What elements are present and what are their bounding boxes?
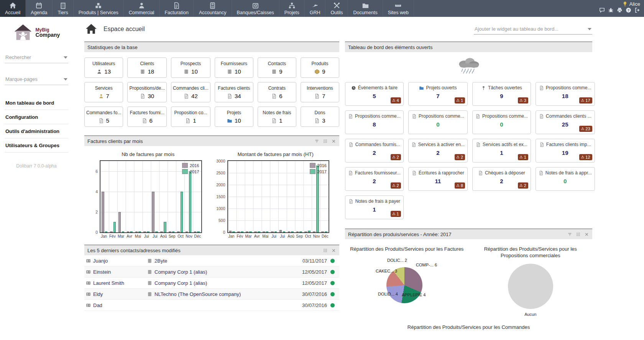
stat-card-services[interactable]: Services7 <box>84 82 123 102</box>
stat-card-projets[interactable]: Projets10 <box>215 107 253 127</box>
stat-card-produits[interactable]: Produits9 <box>301 57 339 78</box>
contact-name-link[interactable]: Einstein <box>93 269 111 275</box>
menu-item-banques-caisses[interactable]: Banques/Caisses <box>232 0 279 17</box>
open-card-factures-clients-imp-11[interactable]: Factures clients imp...19⚠12 <box>536 139 595 163</box>
contact-name-link[interactable]: Laurent Smith <box>93 280 124 286</box>
company-name-link[interactable]: Company Corp 1 (alias) <box>154 269 207 275</box>
contact-name-link[interactable]: Eldy <box>93 291 103 297</box>
late-alert-badge: ⚠1 <box>391 211 401 217</box>
menu-item-documents[interactable]: Documents <box>348 0 383 17</box>
bookmarks-select[interactable]: Marque-pages <box>5 73 68 85</box>
open-card-projets-ouverts-1[interactable]: Projets ouverts7⚠1 <box>408 82 468 106</box>
drag-handle-icon[interactable] <box>323 139 328 144</box>
stat-card-label: Contacts <box>260 61 294 66</box>
stat-card-prospects[interactable]: Prospects10 <box>171 57 210 78</box>
bar-2016-Avr <box>254 232 257 232</box>
filter-icon[interactable] <box>567 232 572 237</box>
menu-item-agenda[interactable]: Agenda <box>26 0 53 17</box>
menu-item-projets[interactable]: Projets <box>279 0 305 17</box>
invoices-widget-header: Factures clients par mois <box>84 135 339 146</box>
bar-2017-Jan <box>232 232 235 232</box>
stat-card-value: 10 <box>217 68 251 75</box>
menu-item-grh[interactable]: GRH <box>305 0 326 17</box>
sidebar-item-utilisateurs-groupes[interactable]: Utilisateurs & Groupes <box>5 138 68 153</box>
open-card-evenements-a-faire-0[interactable]: Événements à faire5⚠4 <box>345 82 404 106</box>
stat-card-notes-de-frais[interactable]: Notes de frais1 <box>258 107 296 127</box>
stat-card-commandes-fo[interactable]: Commandes fo...5 <box>84 107 123 127</box>
stat-card-utilisateurs[interactable]: Utilisateurs13 <box>84 57 123 78</box>
chat-icon[interactable] <box>599 7 605 13</box>
menu-item-produits-services[interactable]: Produits | Services <box>74 0 124 17</box>
stat-card-interventions[interactable]: Interventions7 <box>301 82 339 102</box>
topbar: AccueilAgendaTiersProduits | ServicesCom… <box>0 0 644 17</box>
filter-icon[interactable] <box>314 139 319 144</box>
stat-card-commandes-cli[interactable]: Commandes cli...42 <box>171 82 210 102</box>
user-menu[interactable]: Alice <box>622 1 640 7</box>
stat-card-factures-fourni[interactable]: Factures fourni...6 <box>127 107 167 127</box>
stat-card-propositions-de[interactable]: Propositions/de...30 <box>127 82 167 102</box>
empty-pie-circle <box>508 264 553 309</box>
stat-card-contrats[interactable]: Contrats6 <box>258 82 296 102</box>
bug-icon[interactable] <box>608 7 614 13</box>
company-name-link[interactable]: 2Byte <box>154 258 167 264</box>
open-card-services-actifs-et-ex-10[interactable]: Services actifs et ex...1⚠1 <box>472 139 531 163</box>
search-select[interactable]: Rechercher <box>5 51 68 63</box>
close-icon[interactable] <box>584 232 589 237</box>
open-card-notes-de-frais-a-payer-16[interactable]: Notes de frais à payer1⚠1 <box>345 195 404 219</box>
open-card-services-a-activer-en-9[interactable]: Services à activer en...2⚠2 <box>408 139 468 163</box>
legend-swatch <box>310 163 315 168</box>
open-card-taches-ouvertes-2[interactable]: Tâches ouvertes9⚠3 <box>472 82 531 106</box>
quick-icons: ? <box>599 7 640 13</box>
open-card-propositions-comme-6[interactable]: Propositions comme...0 <box>472 110 531 134</box>
open-card-title: Chèques à déposer <box>475 170 528 176</box>
menu-item-facturation[interactable]: Facturation <box>159 0 194 17</box>
open-card-propositions-comme-4[interactable]: Propositions comme...8 <box>345 110 404 134</box>
stat-card-contacts[interactable]: Contacts9 <box>258 57 296 78</box>
open-card-label: Événements à faire <box>358 85 398 90</box>
menu-item-accountancy[interactable]: Accountancy <box>194 0 232 17</box>
open-card-commandes-fournis-8[interactable]: Commandes fournis...2⚠2 <box>345 139 404 163</box>
open-card-propositions-comme-3[interactable]: Propositions comme...18⚠17 <box>536 82 595 106</box>
stat-card-proposition-co[interactable]: Proposition co...1 <box>171 107 210 127</box>
drag-handle-icon[interactable] <box>323 248 328 253</box>
company-name-link[interactable]: NLTechno (The OpenSource company) <box>154 291 241 297</box>
sidebar-item-outils-d-administration[interactable]: Outils d'administration <box>5 124 68 138</box>
logout-icon[interactable] <box>634 7 640 13</box>
stat-card-label: Proposition co... <box>173 110 209 115</box>
open-card-notes-de-frais-a-appr-15[interactable]: Notes de frais à appr...0 <box>536 167 595 191</box>
drag-handle-icon[interactable] <box>576 232 581 237</box>
y-axis-tick: 4 <box>95 189 98 194</box>
doc-sm-icon <box>314 94 320 99</box>
company-name-link[interactable]: Company Corp 1 (alias) <box>154 280 207 286</box>
close-icon[interactable] <box>331 248 336 253</box>
menu-item-accueil[interactable]: Accueil <box>0 0 26 17</box>
stat-card-dons[interactable]: Dons3 <box>301 107 339 127</box>
y-axis-tick: 0 <box>95 230 98 235</box>
stat-card-fournisseurs[interactable]: Fournisseurs10 <box>215 57 253 78</box>
add-widget-select[interactable]: Ajouter le widget au tableau de bord... <box>474 24 592 34</box>
print-icon[interactable] <box>617 7 623 13</box>
open-card-label: Commandes clients ... <box>546 113 591 119</box>
help-icon[interactable]: ? <box>626 7 631 13</box>
topbar-right: Alice ? <box>599 0 644 17</box>
bar-2017-Jui <box>283 232 286 232</box>
close-icon[interactable] <box>331 139 336 144</box>
menu-item-outils[interactable]: Outils <box>325 0 348 17</box>
menu-item-commercial[interactable]: Commercial <box>124 0 160 17</box>
open-card-propositions-comme-5[interactable]: Propositions comme...0 <box>408 110 468 134</box>
chevron-down-icon <box>64 78 67 80</box>
contact-name-link[interactable]: Dad <box>93 302 102 308</box>
open-card-ecritures-a-rapprocher-13[interactable]: Écritures à rapprocher11⚠8 <box>408 167 468 191</box>
contact-name-link[interactable]: Juanjo <box>93 258 108 264</box>
modified-date: 30/07/2016 <box>294 291 327 297</box>
sidebar-item-mon-tableau-de-bord[interactable]: Mon tableau de bord <box>5 96 68 110</box>
stat-card-clients[interactable]: Clients18 <box>127 57 167 78</box>
sidebar-item-configuration[interactable]: Configuration <box>5 110 68 124</box>
open-card-commandes-clients-7[interactable]: Commandes clients ...25⚠23 <box>536 110 595 134</box>
menu-item-sites-web[interactable]: Sites web <box>383 0 414 17</box>
open-card-factures-fournisseur-12[interactable]: Factures fournisseur...2⚠2 <box>345 167 404 191</box>
menu-item-tiers[interactable]: Tiers <box>53 0 73 17</box>
stat-card-factures-clients[interactable]: Factures clients34 <box>215 82 253 102</box>
open-card-cheques-a-deposer-14[interactable]: Chèques à déposer2⚠2 <box>472 167 531 191</box>
contacts-widget-title: Les 5 derniers contacts/adresses modifié… <box>87 248 181 253</box>
